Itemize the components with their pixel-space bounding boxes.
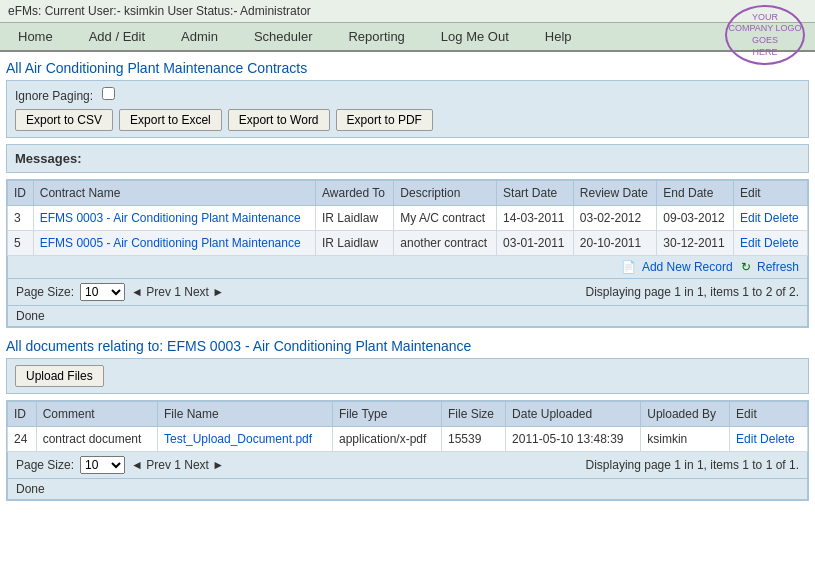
section2-toolbar: Upload Files [6,358,809,394]
doc-row-file-name: Test_Upload_Document.pdf [157,427,332,452]
refresh-link[interactable]: ↻ Refresh [741,260,799,274]
doc-row-id: 24 [8,427,37,452]
section2-pagination-bar: Page Size: 10 25 50 ◄ Prev 1 Next ► Disp… [7,452,808,479]
export-csv-button[interactable]: Export to CSV [15,109,113,131]
edit-link[interactable]: Edit [740,236,761,250]
nav-log-me-out[interactable]: Log Me Out [423,23,527,50]
edit-link[interactable]: Edit [740,211,761,225]
row-start-date: 03-01-2011 [497,231,574,256]
page-size-label: Page Size: [16,285,74,299]
doc-row-uploaded-by: ksimkin [641,427,730,452]
section1: All Air Conditioning Plant Maintenance C… [0,60,815,328]
section2-title: All documents relating to: EFMS 0003 - A… [6,338,809,354]
ignore-paging-label: Ignore Paging: [15,89,93,103]
section1-title: All Air Conditioning Plant Maintenance C… [6,60,809,76]
upload-files-button[interactable]: Upload Files [15,365,104,387]
doc-delete-link[interactable]: Delete [760,432,795,446]
table-row: 3 EFMS 0003 - Air Conditioning Plant Mai… [8,206,808,231]
row-end-date: 30-12-2011 [657,231,734,256]
doc-col-edit: Edit [730,402,808,427]
doc-col-date-uploaded: Date Uploaded [506,402,641,427]
nav-add-edit[interactable]: Add / Edit [71,23,163,50]
row-edit-delete: Edit Delete [734,231,808,256]
section1-toolbar: Ignore Paging: Export to CSV Export to E… [6,80,809,138]
doc-row-file-type: application/x-pdf [332,427,441,452]
nav-home[interactable]: Home [0,23,71,50]
doc-row-edit-delete: Edit Delete [730,427,808,452]
section2-done: Done [7,479,808,500]
refresh-icon: ↻ [741,260,751,274]
doc-edit-link[interactable]: Edit [736,432,757,446]
col-awarded-to: Awarded To [316,181,394,206]
nav-reporting[interactable]: Reporting [330,23,422,50]
doc-col-file-size: File Size [442,402,506,427]
header-status: Administrator [240,4,311,18]
page-size-select[interactable]: 10 25 50 [80,283,125,301]
delete-link[interactable]: Delete [764,236,799,250]
doc-page-size-label: Page Size: [16,458,74,472]
nav-help[interactable]: Help [527,23,590,50]
pagination-controls[interactable]: ◄ Prev 1 Next ► [131,285,224,299]
row-end-date: 09-03-2012 [657,206,734,231]
doc-pagination-controls[interactable]: ◄ Prev 1 Next ► [131,458,224,472]
section1-displaying: Displaying page 1 in 1, items 1 to 2 of … [586,285,799,299]
nav-admin[interactable]: Admin [163,23,236,50]
nav-bar: Home Add / Edit Admin Scheduler Reportin… [0,23,815,52]
section2-displaying: Displaying page 1 in 1, items 1 to 1 of … [586,458,799,472]
doc-col-uploaded-by: Uploaded By [641,402,730,427]
export-pdf-button[interactable]: Export to PDF [336,109,433,131]
header-user-status-label: User Status:- [167,4,237,18]
row-id: 5 [8,231,34,256]
row-awarded-to: IR Laidlaw [316,206,394,231]
doc-row-comment: contract document [36,427,157,452]
header: eFMs: Current User:- ksimkin User Status… [0,0,815,23]
nav-scheduler[interactable]: Scheduler [236,23,331,50]
company-logo: YOURCOMPANY LOGOGOESHERE [725,5,805,65]
documents-table: ID Comment File Name File Type File Size… [7,401,808,452]
row-awarded-to: IR Laidlaw [316,231,394,256]
section2: All documents relating to: EFMS 0003 - A… [0,338,815,501]
row-review-date: 03-02-2012 [573,206,657,231]
row-edit-delete: Edit Delete [734,206,808,231]
col-review-date: Review Date [573,181,657,206]
doc-row-date-uploaded: 2011-05-10 13:48:39 [506,427,641,452]
doc-col-id: ID [8,402,37,427]
section1-table-footer: 📄 Add New Record ↻ Refresh [7,256,808,279]
row-description: another contract [394,231,497,256]
table-row: 24 contract document Test_Upload_Documen… [8,427,808,452]
row-description: My A/C contract [394,206,497,231]
row-contract-name: EFMS 0003 - Air Conditioning Plant Maint… [33,206,315,231]
doc-col-file-type: File Type [332,402,441,427]
header-current-user-label: Current User:- [45,4,121,18]
section1-done: Done [7,306,808,327]
col-contract-name: Contract Name [33,181,315,206]
col-description: Description [394,181,497,206]
header-title: eFMs: Current User:- ksimkin User Status… [8,4,311,18]
row-start-date: 14-03-2011 [497,206,574,231]
header-username: ksimkin [124,4,164,18]
col-edit: Edit [734,181,808,206]
row-review-date: 20-10-2011 [573,231,657,256]
add-new-record-link[interactable]: 📄 Add New Record [621,260,732,274]
doc-row-file-size: 15539 [442,427,506,452]
table-row: 5 EFMS 0005 - Air Conditioning Plant Mai… [8,231,808,256]
row-id: 3 [8,206,34,231]
delete-link[interactable]: Delete [764,211,799,225]
col-id: ID [8,181,34,206]
section1-pagination-bar: Page Size: 10 25 50 ◄ Prev 1 Next ► Disp… [7,279,808,306]
doc-page-size-select[interactable]: 10 25 50 [80,456,125,474]
add-icon: 📄 [621,260,636,274]
messages-box: Messages: [6,144,809,173]
export-excel-button[interactable]: Export to Excel [119,109,222,131]
section2-table-container: ID Comment File Name File Type File Size… [6,400,809,501]
ignore-paging-checkbox[interactable] [102,87,115,100]
col-start-date: Start Date [497,181,574,206]
section1-table-container: ID Contract Name Awarded To Description … [6,179,809,328]
row-contract-name: EFMS 0005 - Air Conditioning Plant Maint… [33,231,315,256]
export-word-button[interactable]: Export to Word [228,109,330,131]
col-end-date: End Date [657,181,734,206]
messages-title: Messages: [15,151,81,166]
header-prefix: eFMs: [8,4,41,18]
doc-col-comment: Comment [36,402,157,427]
doc-col-file-name: File Name [157,402,332,427]
